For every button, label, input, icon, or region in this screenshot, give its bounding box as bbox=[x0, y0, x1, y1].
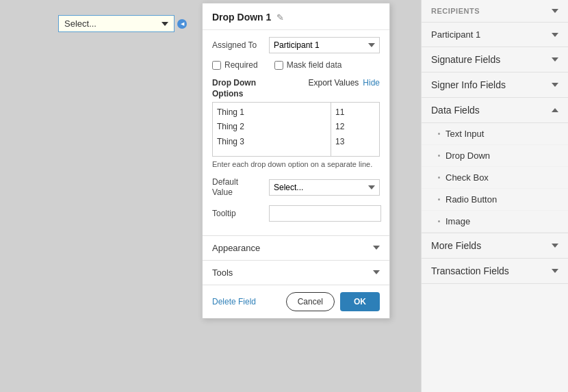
tools-label: Tools bbox=[212, 267, 233, 278]
field-dot-icon bbox=[438, 198, 440, 200]
export-values-label: Export Values bbox=[308, 78, 359, 88]
field-dot-icon bbox=[438, 133, 440, 135]
assigned-to-label: Assigned To bbox=[212, 40, 263, 50]
options-hint: Enter each drop down option on a separat… bbox=[212, 159, 380, 170]
ok-button[interactable]: OK bbox=[340, 292, 380, 311]
default-value-label: DefaultValue bbox=[212, 177, 263, 198]
canvas-dropdown-select[interactable]: Select... bbox=[58, 15, 175, 32]
data-fields-section: Data Fields Text Input Drop Down Check B… bbox=[422, 98, 568, 233]
list-item: Thing 3 bbox=[217, 135, 326, 149]
tooltip-row: Tooltip bbox=[212, 205, 380, 222]
panel-title: Drop Down 1 bbox=[212, 12, 271, 23]
more-fields-row[interactable]: More Fields bbox=[422, 233, 568, 259]
required-checkbox[interactable] bbox=[212, 61, 221, 70]
appearance-label: Appearance bbox=[212, 243, 260, 253]
recipients-header[interactable]: RECIPIENTS bbox=[422, 0, 568, 23]
sidebar-item-text-input[interactable]: Text Input bbox=[422, 123, 568, 145]
field-dot-icon bbox=[438, 155, 440, 157]
signer-info-label: Signer Info Fields bbox=[431, 79, 506, 90]
footer-buttons: Cancel OK bbox=[286, 292, 380, 311]
recipients-label: RECIPIENTS bbox=[431, 7, 480, 15]
default-value-select[interactable]: Select... bbox=[269, 179, 380, 196]
cancel-button[interactable]: Cancel bbox=[286, 292, 335, 311]
signature-fields-label: Signature Fields bbox=[431, 54, 500, 65]
tools-section[interactable]: Tools bbox=[203, 260, 389, 285]
more-fields-chevron-icon bbox=[552, 244, 558, 248]
app-container: Select... Drop Down 1 ✎ Assigned To Part… bbox=[0, 0, 568, 392]
transaction-fields-label: Transaction Fields bbox=[431, 265, 509, 276]
more-fields-label: More Fields bbox=[431, 240, 481, 251]
right-sidebar: RECIPIENTS Participant 1 Signature Field… bbox=[421, 0, 568, 392]
signature-fields-row[interactable]: Signature Fields bbox=[422, 47, 568, 73]
options-grid: Thing 1 Thing 2 Thing 3 11 12 13 bbox=[212, 102, 380, 157]
delete-field-link[interactable]: Delete Field bbox=[212, 297, 256, 306]
properties-panel: Drop Down 1 ✎ Assigned To Participant 1 … bbox=[202, 3, 390, 319]
required-checkbox-label[interactable]: Required bbox=[212, 60, 258, 70]
edit-icon[interactable]: ✎ bbox=[276, 12, 284, 23]
signer-info-chevron-icon bbox=[552, 83, 558, 87]
sidebar-item-drop-down[interactable]: Drop Down bbox=[422, 145, 568, 167]
transaction-fields-chevron-icon bbox=[552, 269, 558, 273]
participant-chevron-icon bbox=[552, 33, 558, 37]
field-dot-icon bbox=[438, 177, 440, 179]
mask-label: Mask field data bbox=[287, 60, 342, 70]
mask-checkbox-label[interactable]: Mask field data bbox=[274, 60, 342, 70]
required-label: Required bbox=[224, 60, 258, 70]
data-fields-chevron-icon bbox=[552, 108, 558, 112]
tooltip-input[interactable] bbox=[269, 205, 381, 222]
tools-chevron-icon bbox=[373, 270, 380, 274]
sidebar-item-image[interactable]: Image bbox=[422, 211, 568, 233]
checkboxes-row: Required Mask field data bbox=[212, 60, 380, 70]
text-input-label: Text Input bbox=[446, 129, 484, 139]
export-values-list: 11 12 13 bbox=[331, 103, 379, 156]
options-header: Drop DownOptions Export Values Hide bbox=[212, 78, 380, 99]
list-item: Thing 2 bbox=[217, 120, 326, 134]
signature-fields-chevron-icon bbox=[552, 57, 558, 62]
sidebar-item-radio-button[interactable]: Radio Button bbox=[422, 189, 568, 211]
participant-row[interactable]: Participant 1 bbox=[422, 23, 568, 47]
panel-header: Drop Down 1 ✎ bbox=[203, 3, 389, 30]
dropdown-options-label: Drop DownOptions bbox=[212, 78, 256, 99]
assigned-to-select[interactable]: Participant 1 bbox=[269, 37, 380, 53]
participant-label: Participant 1 bbox=[431, 29, 480, 40]
export-header: Export Values Hide bbox=[308, 78, 380, 88]
canvas-dropdown-widget: Select... bbox=[58, 15, 187, 32]
hide-link[interactable]: Hide bbox=[363, 78, 380, 88]
default-value-row: DefaultValue Select... bbox=[212, 177, 380, 198]
dropdown-options-section: Drop DownOptions Export Values Hide Thin… bbox=[212, 78, 380, 170]
signer-info-row[interactable]: Signer Info Fields bbox=[422, 73, 568, 98]
drop-down-label: Drop Down bbox=[446, 151, 490, 161]
options-list: Thing 1 Thing 2 Thing 3 bbox=[213, 103, 331, 156]
data-fields-label: Data Fields bbox=[431, 105, 480, 116]
tooltip-label: Tooltip bbox=[212, 209, 263, 218]
recipients-chevron-icon bbox=[552, 9, 558, 13]
export-value-item: 13 bbox=[335, 135, 375, 149]
canvas-dropdown-value: Select... bbox=[64, 18, 96, 29]
list-item: Thing 1 bbox=[217, 105, 326, 120]
assigned-to-row: Assigned To Participant 1 bbox=[212, 37, 380, 53]
appearance-section[interactable]: Appearance bbox=[203, 235, 389, 260]
canvas-drag-handle[interactable] bbox=[177, 19, 187, 29]
transaction-fields-row[interactable]: Transaction Fields bbox=[422, 259, 568, 284]
field-dot-icon bbox=[438, 220, 440, 222]
radio-button-label: Radio Button bbox=[446, 194, 497, 205]
mask-checkbox[interactable] bbox=[274, 61, 283, 70]
export-value-item: 12 bbox=[335, 120, 375, 134]
image-label: Image bbox=[446, 216, 470, 226]
canvas-dropdown-arrow-icon bbox=[162, 22, 168, 26]
appearance-chevron-icon bbox=[373, 246, 380, 250]
sidebar-item-check-box[interactable]: Check Box bbox=[422, 167, 568, 189]
panel-footer: Delete Field Cancel OK bbox=[203, 285, 389, 318]
data-fields-header[interactable]: Data Fields bbox=[422, 98, 568, 123]
export-value-item: 11 bbox=[335, 105, 375, 120]
check-box-label: Check Box bbox=[446, 172, 489, 183]
panel-body: Assigned To Participant 1 Required Mask … bbox=[203, 30, 389, 235]
